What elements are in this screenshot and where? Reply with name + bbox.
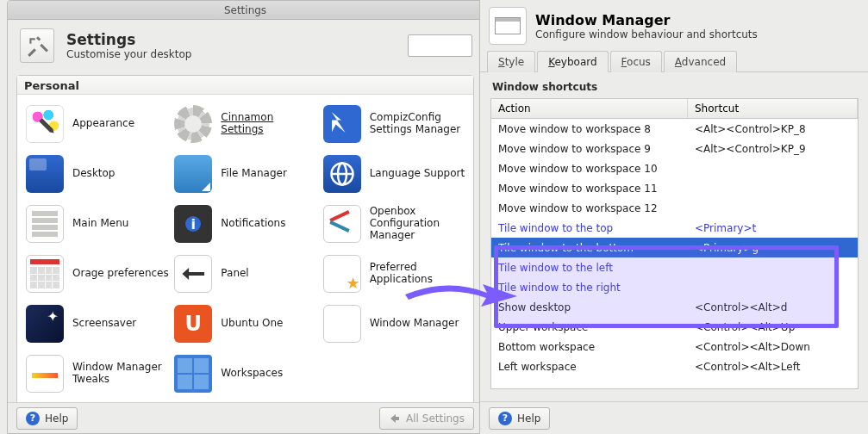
help-button[interactable]: ? Help [16, 407, 78, 430]
all-settings-button[interactable]: All Settings [379, 407, 474, 430]
item-label: Ubuntu One [221, 318, 283, 330]
ubuntu-one-icon: U [172, 303, 214, 344]
tab-advanced[interactable]: Advanced [664, 51, 737, 72]
settings-item-preferred-apps[interactable]: Preferred Applications [320, 250, 468, 298]
cell-action: Move window to workspace 10 [491, 163, 688, 175]
table-row[interactable]: Upper workspace<Control><Alt>Up [491, 317, 858, 337]
item-label: Screensaver [72, 318, 136, 330]
cell-shortcut: <Alt><Control>KP_8 [688, 123, 858, 135]
window-manager-icon [322, 303, 363, 344]
settings-item-file-manager[interactable]: File Manager [171, 150, 319, 198]
item-label: Orage preferences [72, 268, 169, 280]
cell-action: Tile window to the top [491, 222, 688, 234]
settings-title: Settings [66, 31, 191, 48]
notifications-icon [172, 203, 214, 245]
cell-action: Show desktop [491, 301, 688, 313]
wm-help-label: Help [517, 412, 540, 425]
cell-action: Tile window to the left [491, 262, 688, 274]
settings-item-appearance[interactable]: Appearance [22, 100, 171, 148]
settings-item-wm-tweaks[interactable]: Window Manager Tweaks [22, 350, 171, 398]
window-icon [495, 17, 521, 34]
preferred-apps-icon [322, 253, 363, 294]
table-row[interactable]: Bottom workspace<Control><Alt>Down [491, 337, 858, 356]
item-label: Notifications [221, 218, 285, 230]
tab-focus[interactable]: Focus [610, 51, 662, 72]
settings-item-orage[interactable]: Orage preferences [22, 250, 171, 298]
table-row[interactable]: Show desktop<Control><Alt>d [491, 297, 858, 317]
table-row[interactable]: Tile window to the right [491, 277, 858, 297]
wm-tweaks-icon [24, 353, 66, 394]
cell-shortcut: <Primary>g [688, 242, 858, 254]
cell-shortcut: <Control><Alt>Down [688, 341, 858, 353]
workspaces-icon [172, 353, 214, 394]
settings-titlebar[interactable]: Settings [8, 1, 483, 20]
table-row[interactable]: Left workspace<Control><Alt>Left [491, 356, 858, 376]
orage-icon [24, 253, 66, 294]
cell-shortcut: <Control><Alt>Up [688, 321, 858, 333]
table-row[interactable]: Tile window to the left [491, 257, 858, 277]
col-shortcut[interactable]: Shortcut [688, 99, 858, 118]
main-menu-icon [24, 203, 66, 245]
table-row[interactable]: Move window to workspace 10 [491, 158, 858, 178]
cell-action: Tile window to the right [491, 282, 688, 294]
table-row[interactable]: Move window to workspace 12 [491, 198, 858, 218]
settings-window: Settings Settings Customise your desktop… [7, 0, 484, 434]
table-header: Action Shortcut [491, 99, 858, 119]
settings-header: Settings Customise your desktop [8, 20, 483, 70]
cell-action: Move window to workspace 9 [491, 143, 688, 155]
cell-shortcut: <Control><Alt>Left [688, 361, 858, 373]
table-row[interactable]: Move window to workspace 9<Alt><Control>… [491, 139, 858, 158]
settings-item-desktop[interactable]: Desktop [22, 150, 171, 198]
item-label: Window Manager [370, 318, 459, 330]
tab-style[interactable]: Style [487, 51, 535, 72]
cell-action: Bottom workspace [491, 341, 688, 353]
all-settings-label: All Settings [406, 412, 465, 425]
settings-item-main-menu[interactable]: Main Menu [22, 200, 171, 248]
cell-shortcut: <Control><Alt>d [688, 301, 858, 313]
settings-item-workspaces[interactable]: Workspaces [171, 350, 319, 398]
item-label: CompizConfig Settings Manager [370, 112, 466, 136]
wm-bottombar: ? Help [480, 401, 868, 434]
shortcuts-table[interactable]: Action Shortcut Move window to workspace… [490, 98, 859, 389]
cell-action: Move window to workspace 12 [491, 202, 688, 214]
table-row[interactable]: Tile window to the top<Primary>t [491, 218, 858, 238]
settings-search-input[interactable] [408, 34, 472, 57]
table-row[interactable]: Move window to workspace 11 [491, 178, 858, 198]
desktop-icon [24, 153, 66, 195]
wm-subtitle: Configure window behaviour and shortcuts [535, 28, 758, 40]
file-manager-icon [172, 153, 214, 195]
settings-item-window-manager[interactable]: Window Manager [320, 300, 468, 348]
table-row[interactable]: Tile window to the bottom<Primary>g [491, 238, 858, 257]
back-icon [389, 412, 401, 425]
help-label: Help [45, 412, 68, 425]
item-label: Panel [221, 268, 248, 280]
settings-item-ubuntu-one[interactable]: UUbuntu One [171, 300, 319, 348]
item-label: Desktop [72, 168, 116, 180]
tab-keyboard[interactable]: Keyboard [537, 51, 608, 72]
settings-item-openbox-config[interactable]: Openbox Configuration Manager [320, 200, 468, 248]
section-label: Window shortcuts [480, 72, 868, 96]
settings-items-grid: AppearanceCinnamon SettingsCompizConfig … [17, 95, 473, 406]
panel-icon [172, 253, 214, 294]
item-label: Openbox Configuration Manager [370, 206, 466, 241]
item-label: Preferred Applications [370, 262, 466, 286]
cell-action: Move window to workspace 11 [491, 183, 688, 195]
tools-icon [20, 28, 54, 63]
help-icon: ? [498, 412, 512, 425]
settings-item-compizconfig[interactable]: CompizConfig Settings Manager [320, 100, 468, 148]
item-label: Workspaces [221, 368, 283, 380]
category-personal: Personal AppearanceCinnamon SettingsComp… [16, 75, 474, 407]
settings-item-cinnamon-settings[interactable]: Cinnamon Settings [171, 100, 319, 148]
settings-item-notifications[interactable]: Notifications [171, 200, 319, 248]
item-label: Cinnamon Settings [221, 112, 317, 136]
settings-item-panel[interactable]: Panel [171, 250, 319, 298]
settings-item-screensaver[interactable]: Screensaver [22, 300, 171, 348]
item-label: Window Manager Tweaks [72, 362, 169, 386]
table-row[interactable]: Move window to workspace 8<Alt><Control>… [491, 119, 858, 139]
settings-item-language-support[interactable]: Language Support [320, 150, 468, 198]
col-action[interactable]: Action [491, 99, 688, 118]
appearance-icon [24, 103, 66, 145]
wm-header-icon [489, 7, 527, 45]
cell-action: Left workspace [491, 361, 688, 373]
wm-help-button[interactable]: ? Help [489, 407, 550, 430]
